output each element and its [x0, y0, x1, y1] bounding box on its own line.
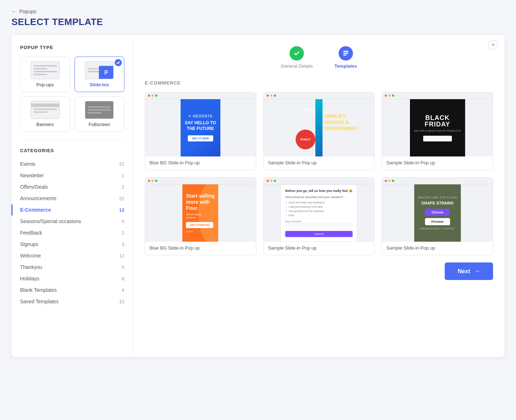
category-offers-count: 2 — [122, 184, 124, 190]
banners-icon — [31, 101, 59, 119]
category-seasons-label: Seasons/Special occasions — [20, 218, 81, 224]
step-templates-label: Templates — [334, 63, 357, 69]
fullscreen-icon — [85, 101, 114, 119]
type-card-popups[interactable]: Pop-ups — [20, 57, 70, 92]
category-seasons[interactable]: Seasons/Special occasions 5 — [20, 216, 124, 227]
breadcrumb-popups[interactable]: Popups — [19, 9, 36, 14]
category-welcome[interactable]: Welcome 12 — [20, 250, 124, 261]
next-arrow-icon: → — [474, 267, 480, 275]
active-indicator — [11, 204, 13, 216]
slideins-blue-box — [99, 66, 113, 79]
template-card-3[interactable]: BLACKFRIDAY 50% OFF A SELECTION OF PRODU… — [382, 92, 493, 170]
category-blank[interactable]: Blank Templates 9 — [20, 284, 124, 296]
type-card-slideins[interactable]: Slide-Ins — [75, 57, 125, 92]
category-newsletter-count: 1 — [122, 173, 124, 178]
category-holidays[interactable]: Holidays 8 — [20, 273, 124, 284]
category-saved-label: Saved Templates — [20, 299, 58, 304]
category-signups-label: Signups — [20, 241, 38, 247]
main-content: POPUP TYPE Pop-ups — [11, 35, 505, 357]
next-button[interactable]: Next → — [445, 262, 493, 280]
preview-btn-5[interactable]: Preview — [321, 211, 351, 222]
choose-btn-3[interactable]: Choose — [405, 126, 435, 137]
section-title: E-COMMERCE — [145, 80, 493, 86]
popups-icon — [31, 61, 59, 79]
fullscreen-label: Fullscreen — [89, 122, 110, 127]
svg-rect-5 — [343, 54, 347, 55]
type-card-banners[interactable]: Banners — [20, 96, 70, 132]
steps-row: General Details Templates — [145, 46, 493, 69]
category-saved-count: 10 — [119, 299, 124, 304]
type-grid: Pop-ups S — [20, 57, 124, 132]
category-holidays-count: 8 — [122, 276, 124, 281]
category-announcements-label: Announcements — [20, 195, 56, 201]
next-label: Next — [458, 268, 470, 275]
banners-label: Banners — [37, 122, 54, 127]
category-announcements[interactable]: Announcements 22 — [20, 193, 124, 204]
template-card-6[interactable]: HEALTHY AND TOP CLASS GRAPE STRAINS Choo… — [382, 177, 493, 255]
templates-grid: ✦ NEODATA SAY HELLO TOTHE FUTURE GET IT … — [145, 92, 493, 255]
template-card-1[interactable]: ✦ NEODATA SAY HELLO TOTHE FUTURE GET IT … — [145, 92, 256, 170]
category-signups-count: 3 — [122, 242, 124, 247]
preview-btn-2[interactable]: Preview — [321, 126, 351, 137]
category-thankyou-count: 5 — [122, 265, 124, 270]
page-title: SELECT TEMPLATE — [11, 16, 505, 28]
step-general: General Details — [281, 46, 313, 69]
category-events[interactable]: Events 22 — [20, 158, 124, 170]
categories-list: Events 22 Newsletter 1 Offers/Deals 2 An… — [20, 158, 124, 307]
template-card-4[interactable]: Start sellingmore withFour. Quick setup,… — [145, 177, 256, 255]
sidebar-divider — [20, 140, 124, 141]
step-general-label: General Details — [281, 63, 313, 69]
type-card-fullscreen[interactable]: Fullscreen — [75, 96, 125, 132]
category-ecommerce-count: 12 — [119, 207, 124, 213]
choose-btn-5[interactable]: Choose — [287, 211, 317, 222]
close-button[interactable]: × — [488, 40, 498, 50]
category-saved[interactable]: Saved Templates 10 — [20, 296, 124, 307]
category-announcements-count: 22 — [119, 196, 124, 201]
category-newsletter-label: Newsletter — [20, 173, 44, 178]
category-blank-count: 9 — [122, 288, 124, 293]
preview-btn-6[interactable]: Preview — [439, 211, 470, 222]
breadcrumb: ← Popups — [11, 9, 505, 14]
categories-label: CATEGORIES — [20, 148, 124, 153]
slideins-icon — [85, 61, 114, 79]
category-seasons-count: 5 — [122, 219, 124, 224]
popup-type-label: POPUP TYPE — [20, 45, 124, 50]
category-ecommerce-label: E-Commerce — [20, 207, 51, 213]
category-welcome-count: 12 — [119, 253, 124, 259]
slideins-label: Slide-Ins — [90, 82, 109, 87]
category-ecommerce[interactable]: E-Commerce 12 — [20, 204, 124, 216]
category-newsletter[interactable]: Newsletter 1 — [20, 170, 124, 181]
svg-rect-3 — [343, 51, 348, 52]
category-blank-label: Blank Templates — [20, 287, 57, 293]
category-offers[interactable]: Offers/Deals 2 — [20, 181, 124, 193]
category-feedback-count: 2 — [122, 230, 124, 236]
category-thankyou-label: Thankyou — [20, 264, 42, 270]
template-card-5[interactable]: Before you go, tell us how you really fe… — [263, 177, 375, 255]
category-offers-label: Offers/Deals — [20, 184, 48, 190]
choose-btn-2[interactable]: Choose — [287, 126, 317, 137]
category-thankyou[interactable]: Thankyou 5 — [20, 261, 124, 273]
back-arrow-icon: ← — [11, 9, 16, 14]
svg-rect-0 — [104, 71, 108, 71]
page-wrapper: ← Popups SELECT TEMPLATE POPUP TYPE — [0, 0, 516, 420]
category-feedback[interactable]: Feedback 2 — [20, 227, 124, 238]
step-templates-circle — [339, 46, 353, 61]
category-events-count: 22 — [119, 161, 124, 167]
svg-rect-4 — [343, 53, 348, 54]
category-events-label: Events — [20, 161, 35, 167]
svg-rect-2 — [104, 73, 106, 74]
choose-btn-6[interactable]: Choose — [405, 211, 435, 222]
selected-check-icon — [115, 59, 122, 66]
preview-btn-1[interactable]: Preview — [202, 126, 233, 137]
category-welcome-label: Welcome — [20, 253, 41, 259]
step-general-circle — [290, 46, 304, 61]
template-card-2[interactable]: ANKO SIMPLIFY:HISTORY &ENVIRONMENT ROBOT… — [263, 92, 375, 170]
popups-label: Pop-ups — [37, 82, 54, 87]
choose-btn-1[interactable]: Choose — [168, 126, 198, 137]
category-signups[interactable]: Signups 3 — [20, 238, 124, 250]
sidebar: POPUP TYPE Pop-ups — [11, 35, 133, 357]
svg-rect-1 — [104, 72, 108, 73]
category-feedback-label: Feedback — [20, 230, 42, 236]
preview-btn-3[interactable]: Preview — [439, 126, 470, 137]
category-holidays-label: Holidays — [20, 276, 39, 281]
